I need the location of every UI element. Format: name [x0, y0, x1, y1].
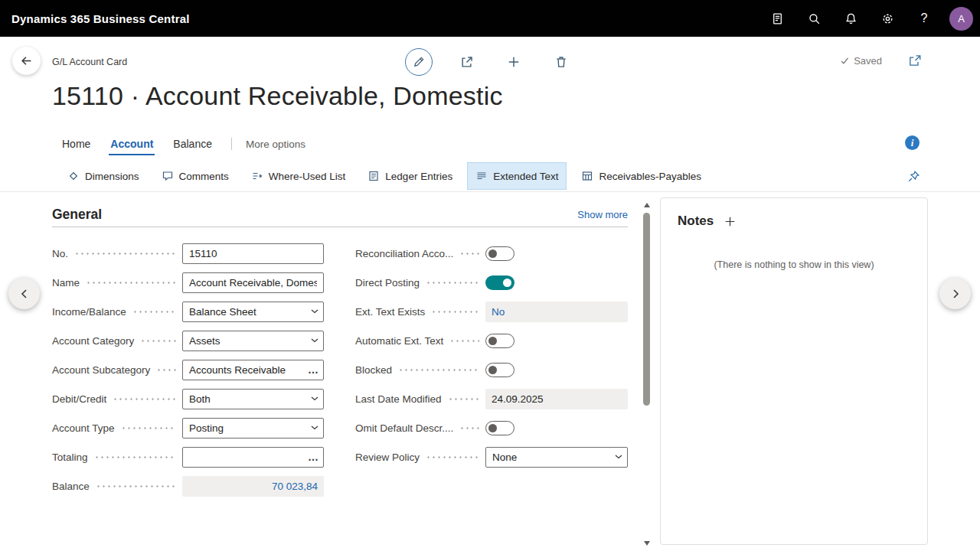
omit-default-descr-toggle[interactable] [485, 421, 514, 435]
field-row-ext-text-exists: Ext. Text ExistsNo [355, 297, 628, 326]
blocked-toggle[interactable] [485, 363, 514, 377]
automatic-ext-text-toggle[interactable] [485, 334, 514, 348]
action-extended-text[interactable]: Extended Text [467, 162, 567, 190]
receivables-payables-icon [581, 170, 593, 182]
dotted-leader [431, 311, 479, 313]
search-icon[interactable] [795, 0, 832, 37]
chevron-down-icon [308, 309, 318, 314]
app-title: Dynamics 365 Business Central [0, 12, 190, 25]
tab-balance[interactable]: Balance [163, 132, 222, 156]
vertical-scrollbar[interactable] [640, 197, 653, 551]
scroll-down-button[interactable] [640, 537, 653, 549]
action-label: Comments [179, 171, 229, 182]
new-button[interactable] [490, 46, 537, 78]
save-status-label: Saved [854, 55, 882, 67]
page-title: 15110 · Account Receivable, Domestic [52, 81, 503, 111]
name-input[interactable]: Account Receivable, Domest [182, 272, 324, 293]
next-record-button[interactable] [939, 278, 971, 309]
add-note-button[interactable] [724, 215, 737, 228]
user-avatar[interactable]: A [949, 7, 973, 31]
field-row-name: NameAccount Receivable, Domest [52, 268, 324, 297]
income-balance-select[interactable]: Balance Sheet [182, 302, 324, 322]
scroll-up-button[interactable] [640, 199, 653, 211]
record-actions [395, 46, 585, 78]
action-comments[interactable]: Comments [154, 163, 237, 189]
totaling-input[interactable]: … [182, 447, 324, 468]
field-label: Account Type [52, 422, 115, 434]
debit-credit-select[interactable]: Both [182, 389, 324, 409]
section-divider [52, 227, 628, 227]
action-label: Extended Text [493, 171, 558, 182]
info-icon[interactable]: i [905, 135, 920, 150]
back-button[interactable] [12, 47, 41, 75]
field-value: 24.09.2025 [492, 393, 544, 405]
action-dimensions[interactable]: Dimensions [60, 163, 147, 189]
ledger-entries-icon [368, 170, 380, 182]
share-button[interactable] [443, 46, 490, 78]
notifications-icon[interactable] [832, 0, 869, 37]
field-row-account-subcategory: Account SubcategoryAccounts Receivable… [52, 355, 324, 384]
action-where-used-list[interactable]: Where-Used List [243, 163, 354, 189]
tab-account[interactable]: Account [100, 132, 163, 156]
direct-posting-toggle[interactable] [485, 276, 514, 290]
notes-factbox: Notes (There is nothing to show in this … [660, 197, 928, 545]
field-value: No [492, 306, 505, 318]
field-value: Balance Sheet [189, 306, 308, 318]
account-type-select[interactable]: Posting [182, 418, 324, 439]
scrollbar-thumb[interactable] [643, 213, 650, 406]
edit-button[interactable] [395, 46, 443, 78]
tab-home[interactable]: Home [52, 132, 100, 156]
dotted-leader [398, 369, 479, 371]
open-in-new-window-button[interactable] [908, 54, 922, 67]
pin-icon[interactable] [907, 170, 920, 183]
field-label: Omit Default Descr.... [355, 422, 453, 434]
toggle-knob [503, 279, 511, 287]
account-subcategory-input[interactable]: Accounts Receivable… [182, 360, 324, 380]
field-row-omit-default-descr: Omit Default Descr.... [355, 413, 628, 442]
field-value: Assets [189, 335, 308, 347]
ext-text-exists-value[interactable]: No [485, 302, 628, 322]
field-label: Debit/Credit [52, 393, 106, 405]
delete-button[interactable] [537, 46, 585, 78]
field-row-totaling: Totaling… [52, 442, 324, 471]
field-row-income-balance: Income/BalanceBalance Sheet [52, 297, 324, 326]
toggle-knob [488, 249, 497, 258]
field-label: Review Policy [355, 452, 420, 463]
review-policy-select[interactable]: None [485, 447, 628, 468]
show-more-link[interactable]: Show more [577, 209, 628, 220]
notes-heading: Notes [678, 214, 714, 229]
assist-edit-icon[interactable]: … [308, 366, 318, 373]
balance-value[interactable]: 70 023,84 [182, 476, 324, 497]
where-used-icon [251, 170, 263, 182]
action-ledger-entries[interactable]: Ledger Entries [360, 163, 460, 189]
dotted-leader [86, 282, 176, 284]
plus-icon [724, 215, 737, 228]
account-category-select[interactable]: Assets [182, 331, 324, 351]
settings-gear-icon[interactable] [869, 0, 906, 37]
pages-icon[interactable] [759, 0, 795, 37]
field-value: 70 023,84 [272, 481, 318, 492]
previous-record-button[interactable] [8, 278, 40, 309]
field-label: Automatic Ext. Text [355, 335, 443, 347]
plus-icon [507, 55, 521, 69]
field-row-reconciliation-acco: Reconciliation Acco... [355, 239, 628, 268]
more-options-button[interactable]: More options [241, 139, 310, 150]
field-label: No. [52, 248, 68, 259]
reconciliation-acco-toggle[interactable] [485, 246, 514, 261]
action-receivables-payables[interactable]: Receivables-Payables [573, 163, 709, 189]
field-label: Account Subcategory [52, 364, 150, 376]
action-bar: DimensionsCommentsWhere-Used ListLedger … [0, 161, 980, 192]
help-icon[interactable]: ? [906, 0, 942, 37]
chevron-down-icon [308, 425, 318, 430]
general-heading: General [52, 207, 102, 222]
field-row-review-policy: Review PolicyNone [355, 442, 628, 471]
save-status: Saved [840, 55, 882, 67]
dotted-leader [94, 456, 176, 458]
field-label: Balance [52, 481, 90, 492]
dimensions-icon [67, 170, 80, 182]
no-input[interactable]: 15110 [182, 243, 324, 264]
toggle-knob [488, 337, 497, 345]
field-row-account-type: Account TypePosting [52, 413, 324, 442]
assist-edit-icon[interactable]: … [308, 453, 318, 461]
action-label: Dimensions [85, 171, 139, 182]
